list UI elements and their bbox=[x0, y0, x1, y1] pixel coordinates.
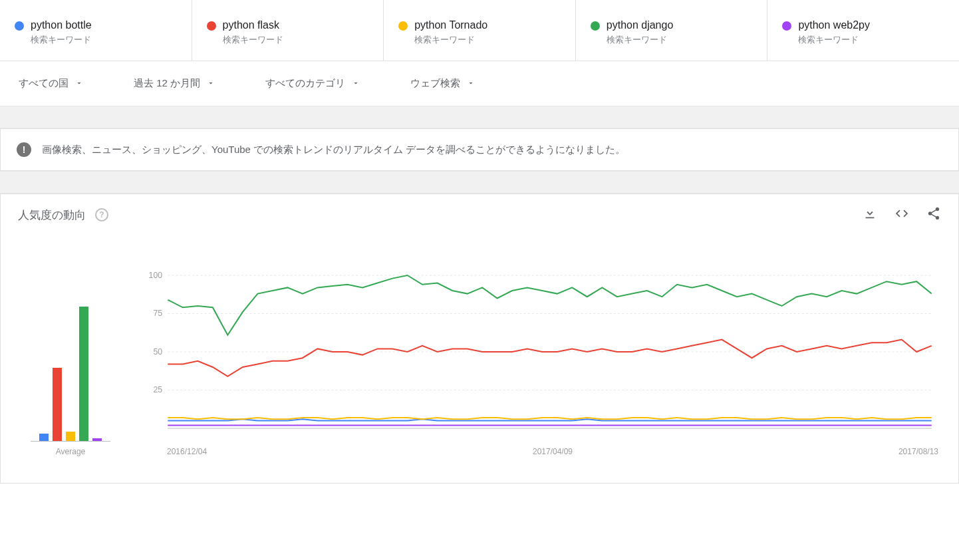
avg-bar-bottle bbox=[39, 434, 49, 442]
chart-body: Average 255075100 2016/12/04 2017/04/09 … bbox=[1, 235, 958, 483]
separator-band bbox=[0, 106, 959, 128]
x-tick: 2016/12/04 bbox=[167, 447, 207, 456]
term-sublabel: 検索キーワード bbox=[607, 34, 674, 46]
avg-bar-flask bbox=[53, 368, 62, 441]
filter-category-label: すべてのカテゴリ bbox=[265, 77, 345, 90]
embed-icon[interactable] bbox=[894, 206, 909, 223]
term-label: python django bbox=[607, 19, 674, 31]
avg-bar-web2py bbox=[92, 438, 102, 442]
term-dot-icon bbox=[591, 21, 600, 31]
term-dot-icon bbox=[207, 21, 216, 31]
x-tick: 2017/04/09 bbox=[533, 447, 573, 456]
filter-region[interactable]: すべての国 bbox=[7, 73, 95, 94]
average-bars: Average bbox=[21, 289, 120, 456]
help-icon[interactable]: ? bbox=[95, 208, 108, 221]
term-cell[interactable]: python web2py 検索キーワード bbox=[767, 0, 959, 61]
svg-text:75: 75 bbox=[153, 309, 162, 319]
term-dot-icon bbox=[782, 21, 791, 31]
term-sublabel: 検索キーワード bbox=[31, 34, 92, 46]
info-icon: ! bbox=[17, 142, 31, 157]
term-sublabel: 検索キーワード bbox=[223, 34, 283, 46]
chart-actions bbox=[863, 206, 941, 223]
chart-title: 人気度の動向 bbox=[18, 208, 86, 223]
average-label: Average bbox=[56, 447, 85, 456]
filter-time-label: 過去 12 か月間 bbox=[134, 77, 200, 90]
separator-band bbox=[0, 171, 959, 194]
chevron-down-icon bbox=[207, 78, 215, 89]
filter-search-type-label: ウェブ検索 bbox=[410, 77, 460, 90]
x-axis-labels: 2016/12/04 2017/04/09 2017/08/13 bbox=[134, 442, 938, 456]
term-label: python bottle bbox=[31, 19, 92, 31]
series-line bbox=[168, 418, 931, 419]
term-cell[interactable]: python Tornado 検索キーワード bbox=[384, 0, 576, 61]
filter-time[interactable]: 過去 12 か月間 bbox=[122, 73, 227, 94]
svg-text:100: 100 bbox=[149, 271, 163, 280]
avg-bar-tornado bbox=[66, 432, 75, 441]
series-line bbox=[168, 340, 931, 376]
line-chart: 255075100 2016/12/04 2017/04/09 2017/08/… bbox=[134, 269, 938, 456]
chart-header: 人気度の動向 ? bbox=[1, 194, 958, 235]
info-banner: ! 画像検索、ニュース、ショッピング、YouTube での検索トレンドのリアルタ… bbox=[0, 128, 959, 171]
term-label: python Tornado bbox=[414, 19, 487, 31]
filter-category[interactable]: すべてのカテゴリ bbox=[253, 73, 372, 94]
term-label: python web2py bbox=[798, 19, 870, 31]
info-banner-text: 画像検索、ニュース、ショッピング、YouTube での検索トレンドのリアルタイム… bbox=[42, 144, 625, 156]
avg-bar-django bbox=[79, 307, 88, 441]
term-cell[interactable]: python django 検索キーワード bbox=[576, 0, 768, 61]
compare-terms-row: python bottle 検索キーワード python flask 検索キーワ… bbox=[0, 0, 959, 61]
term-sublabel: 検索キーワード bbox=[798, 34, 870, 46]
chevron-down-icon bbox=[467, 78, 475, 89]
term-cell[interactable]: python flask 検索キーワード bbox=[192, 0, 384, 61]
interest-over-time-card: 人気度の動向 ? Average 255075100 2016/12/04 20… bbox=[0, 194, 959, 484]
term-sublabel: 検索キーワード bbox=[414, 34, 487, 46]
chevron-down-icon bbox=[352, 78, 360, 89]
filter-search-type[interactable]: ウェブ検索 bbox=[398, 73, 487, 94]
filter-region-label: すべての国 bbox=[19, 77, 68, 90]
filters-row: すべての国 過去 12 か月間 すべてのカテゴリ ウェブ検索 bbox=[0, 61, 959, 106]
svg-text:25: 25 bbox=[153, 386, 162, 395]
svg-text:50: 50 bbox=[153, 347, 162, 356]
term-dot-icon bbox=[398, 21, 408, 31]
share-icon[interactable] bbox=[926, 206, 941, 223]
download-icon[interactable] bbox=[863, 206, 877, 223]
term-cell[interactable]: python bottle 検索キーワード bbox=[0, 0, 192, 61]
term-dot-icon bbox=[15, 21, 24, 31]
chevron-down-icon bbox=[75, 78, 83, 89]
x-tick: 2017/08/13 bbox=[898, 447, 938, 456]
term-label: python flask bbox=[223, 19, 283, 31]
series-line bbox=[168, 275, 931, 335]
